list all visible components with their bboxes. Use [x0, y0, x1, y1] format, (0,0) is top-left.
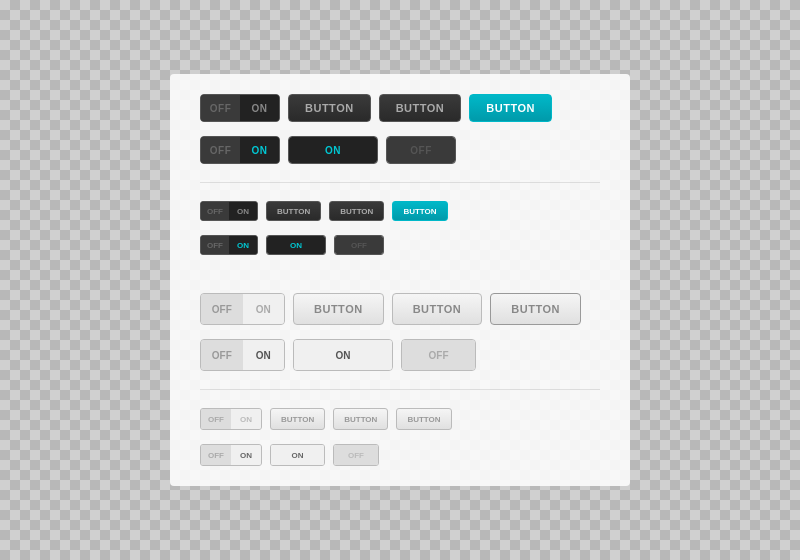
off-segment[interactable]: OFF — [201, 445, 231, 465]
off-segment-active[interactable]: OFF — [387, 137, 455, 163]
dark-button-3-active[interactable]: BUTTON — [469, 94, 552, 122]
light-row-1: OFF ON BUTTON BUTTON BUTTON — [200, 293, 600, 325]
dark-sm-toggle-on-active[interactable]: OFF ON — [200, 235, 258, 255]
off-segment[interactable]: OFF — [201, 95, 240, 121]
light-toggle-on-active[interactable]: OFF ON — [200, 339, 285, 371]
light-row-3: OFF ON BUTTON BUTTON BUTTON — [200, 408, 600, 430]
light-sm-toggle-1[interactable]: OFF ON — [200, 408, 262, 430]
light-row-2: OFF ON ON OFF — [200, 339, 600, 371]
off-segment[interactable]: OFF — [201, 137, 240, 163]
button-showcase: OFF ON BUTTON BUTTON BUTTON OFF ON ON OF… — [170, 74, 630, 486]
dark-toggle-off-on-1[interactable]: OFF ON — [200, 94, 280, 122]
off-segment[interactable]: OFF — [335, 236, 383, 254]
light-sm-toggle-on-center[interactable]: ON — [270, 444, 325, 466]
dark-row-3: OFF ON BUTTON BUTTON BUTTON — [200, 201, 600, 221]
dark-row-1: OFF ON BUTTON BUTTON BUTTON — [200, 94, 600, 122]
on-segment-active[interactable]: ON — [243, 340, 285, 370]
on-segment[interactable]: ON — [229, 202, 257, 220]
dark-row-2: OFF ON ON OFF — [200, 136, 600, 164]
section-gap — [200, 269, 600, 279]
divider-dark — [200, 182, 600, 183]
on-segment[interactable]: ON — [243, 294, 285, 324]
on-segment-active[interactable]: ON — [294, 340, 392, 370]
light-row-4: OFF ON ON OFF — [200, 444, 600, 466]
dark-sm-toggle-1[interactable]: OFF ON — [200, 201, 258, 221]
on-segment[interactable]: ON — [240, 95, 279, 121]
dark-sm-toggle-on-center[interactable]: ON — [266, 235, 326, 255]
off-segment[interactable]: OFF — [402, 340, 475, 370]
light-sm-button-3[interactable]: BUTTON — [396, 408, 451, 430]
dark-toggle-on-active-1[interactable]: OFF ON — [200, 136, 280, 164]
off-segment[interactable]: OFF — [201, 409, 231, 429]
light-sm-toggle-on-active[interactable]: OFF ON — [200, 444, 262, 466]
on-segment-active[interactable]: ON — [229, 236, 257, 254]
dark-toggle-off-only[interactable]: OFF — [386, 136, 456, 164]
dark-row-4: OFF ON ON OFF — [200, 235, 600, 255]
on-segment-active[interactable]: ON — [271, 445, 324, 465]
dark-toggle-on-center[interactable]: ON — [288, 136, 378, 164]
off-segment[interactable]: OFF — [201, 202, 229, 220]
off-segment[interactable]: OFF — [334, 445, 378, 465]
dark-sm-button-2[interactable]: BUTTON — [329, 201, 384, 221]
dark-button-1[interactable]: BUTTON — [288, 94, 371, 122]
light-sm-button-1[interactable]: BUTTON — [270, 408, 325, 430]
light-sm-toggle-off[interactable]: OFF — [333, 444, 379, 466]
on-segment-active[interactable]: ON — [267, 236, 325, 254]
light-toggle-1[interactable]: OFF ON — [200, 293, 285, 325]
off-segment[interactable]: OFF — [201, 294, 243, 324]
off-segment[interactable]: OFF — [201, 340, 243, 370]
light-button-1[interactable]: BUTTON — [293, 293, 384, 325]
dark-sm-toggle-off[interactable]: OFF — [334, 235, 384, 255]
light-button-3[interactable]: BUTTON — [490, 293, 581, 325]
on-segment[interactable]: ON — [231, 409, 261, 429]
dark-button-2[interactable]: BUTTON — [379, 94, 462, 122]
light-sm-button-2[interactable]: BUTTON — [333, 408, 388, 430]
light-toggle-on-center[interactable]: ON — [293, 339, 393, 371]
light-button-2[interactable]: BUTTON — [392, 293, 483, 325]
light-toggle-off-only[interactable]: OFF — [401, 339, 476, 371]
on-segment-active[interactable]: ON — [231, 445, 261, 465]
dark-sm-button-1[interactable]: BUTTON — [266, 201, 321, 221]
dark-sm-button-3-active[interactable]: BUTTON — [392, 201, 447, 221]
off-segment[interactable]: OFF — [201, 236, 229, 254]
divider-light — [200, 389, 600, 390]
on-segment-active[interactable]: ON — [240, 137, 279, 163]
on-segment-active[interactable]: ON — [289, 137, 377, 163]
